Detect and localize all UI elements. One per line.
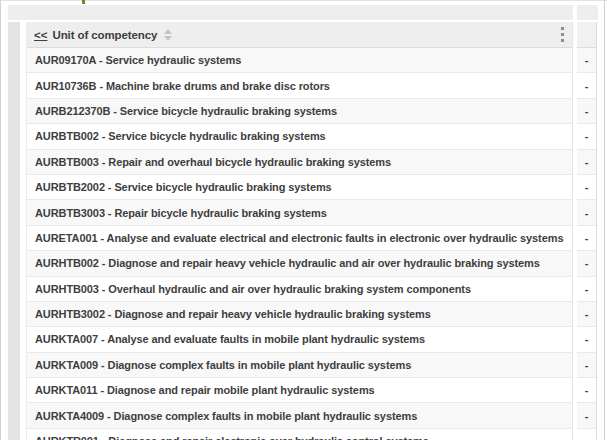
unit-label: AURKTA009 - Diagnose complex faults in m… [35, 359, 411, 371]
left-gutter-column [8, 22, 20, 440]
unit-label: AURKTA4009 - Diagnose complex faults in … [35, 410, 417, 422]
table-row: AURETA001 - Analyse and evaluate electri… [27, 226, 572, 251]
value-rows: - - - - - - - - - - - - - - - - [577, 48, 596, 440]
unit-label: AURHTB3002 - Diagnose and repair heavy v… [35, 308, 431, 320]
unit-label: AURBTB002 - Service bicycle hydraulic br… [35, 130, 326, 142]
value-label: - [585, 257, 589, 269]
value-label: - [585, 156, 589, 168]
value-label: - [585, 105, 589, 117]
screenshot-artifact [82, 0, 85, 4]
value-cell: - [577, 150, 596, 175]
value-cell: - [577, 429, 596, 440]
value-label: - [585, 54, 589, 66]
unit-label: AURKTR001 - Diagnose and repair electron… [35, 435, 429, 440]
value-cell: - [577, 175, 596, 200]
unit-label: AURKTA007 - Analyse and evaluate faults … [35, 333, 425, 345]
table-row: AURKTA4009 - Diagnose complex faults in … [27, 403, 572, 428]
table-row: AURKTA009 - Diagnose complex faults in m… [27, 353, 572, 378]
unit-label: AURBTB3003 - Repair bicycle hydraulic br… [35, 207, 327, 219]
unit-label: AURKTA011 - Diagnose and repair mobile p… [35, 384, 375, 396]
value-label: - [585, 181, 589, 193]
unit-label: AURHTB003 - Overhaul hydraulic and air o… [35, 283, 471, 295]
unit-label: AUR09170A - Service hydraulic systems [35, 54, 241, 66]
table-row: AURHTB002 - Diagnose and repair heavy ve… [27, 251, 572, 276]
value-label: - [585, 359, 589, 371]
value-cell: - [577, 124, 596, 149]
value-cell: - [577, 99, 596, 124]
unit-label: AUR10736B - Machine brake drums and brak… [35, 80, 330, 92]
table-row: AURKTA011 - Diagnose and repair mobile p… [27, 378, 572, 403]
value-cell: - [577, 48, 596, 73]
table-row: AURHTB003 - Overhaul hydraulic and air o… [27, 277, 572, 302]
sort-up-arrow [164, 29, 172, 34]
table-row: AURBTB003 - Repair and overhaul bicycle … [27, 150, 572, 175]
collapse-column-link[interactable]: << [34, 29, 47, 41]
table-row: AURB212370B - Service bicycle hydraulic … [27, 99, 572, 124]
unit-label: AURHTB002 - Diagnose and repair heavy ve… [35, 257, 540, 269]
value-label: - [585, 435, 589, 440]
unit-of-competency-column: << Unit of competency AUR09170A - Servic… [26, 22, 573, 440]
value-cell: - [577, 73, 596, 98]
value-label: - [585, 333, 589, 345]
value-label: - [585, 130, 589, 142]
unit-label: AURBTB003 - Repair and overhaul bicycle … [35, 156, 391, 168]
value-label: - [585, 207, 589, 219]
table-row: AUR10736B - Machine brake drums and brak… [27, 73, 572, 98]
unit-rows: AUR09170A - Service hydraulic systems AU… [27, 48, 572, 440]
value-label: - [585, 308, 589, 320]
table-row: AUR09170A - Service hydraulic systems [27, 48, 572, 73]
sort-asc-desc-icon[interactable] [164, 29, 172, 41]
value-label: - [585, 283, 589, 295]
table-row: AURHTB3002 - Diagnose and repair heavy v… [27, 302, 572, 327]
value-column: - - - - - - - - - - - - - - - - [577, 22, 597, 440]
value-cell: - [577, 378, 596, 403]
value-cell: - [577, 200, 596, 225]
value-cell: - [577, 403, 596, 428]
unit-label: AURETA001 - Analyse and evaluate electri… [35, 232, 563, 244]
value-label: - [585, 384, 589, 396]
table-row: AURBTB3003 - Repair bicycle hydraulic br… [27, 200, 572, 225]
unit-label: AURB212370B - Service bicycle hydraulic … [35, 105, 337, 117]
value-cell: - [577, 277, 596, 302]
column-title: Unit of competency [52, 29, 157, 41]
table-row: AURKTR001 - Diagnose and repair electron… [27, 429, 572, 440]
value-column-header [577, 22, 596, 48]
table-row: AURKTA007 - Analyse and evaluate faults … [27, 327, 572, 352]
top-row-fragment-left [8, 5, 573, 20]
value-label: - [585, 410, 589, 422]
table-row: AURBTB2002 - Service bicycle hydraulic b… [27, 175, 572, 200]
value-cell: - [577, 327, 596, 352]
value-cell: - [577, 302, 596, 327]
frame-left-border [0, 0, 1, 440]
unit-column-header[interactable]: << Unit of competency [27, 22, 572, 48]
value-label: - [585, 80, 589, 92]
unit-label: AURBTB2002 - Service bicycle hydraulic b… [35, 181, 332, 193]
value-cell: - [577, 353, 596, 378]
frame-top-border [0, 0, 607, 1]
kebab-vertical-icon[interactable] [559, 25, 566, 44]
value-cell: - [577, 226, 596, 251]
top-row-fragment-right [577, 5, 598, 20]
table-row: AURBTB002 - Service bicycle hydraulic br… [27, 124, 572, 149]
frame-right-border [604, 0, 605, 440]
value-cell: - [577, 251, 596, 276]
sort-down-arrow [164, 36, 172, 41]
value-label: - [585, 232, 589, 244]
competency-table-region: << Unit of competency AUR09170A - Servic… [0, 0, 607, 440]
